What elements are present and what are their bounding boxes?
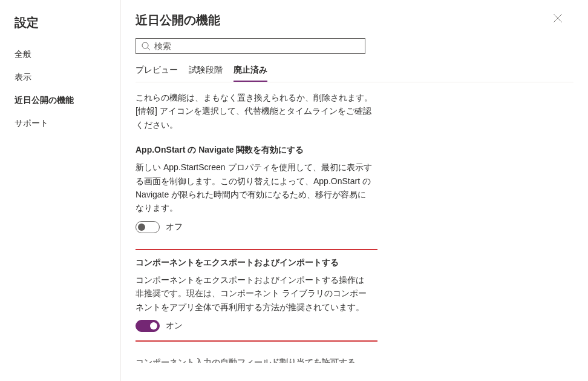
toggle-export-import-components[interactable]	[136, 320, 160, 332]
tab-retired[interactable]: 廃止済み	[234, 65, 267, 82]
settings-sidebar: 設定 全般 表示 近日公開の機能 サポート	[0, 0, 121, 381]
tab-preview[interactable]: プレビュー	[136, 65, 178, 82]
page-title: 近日公開の機能	[136, 12, 573, 28]
sidebar-item-general[interactable]: 全般	[0, 43, 120, 66]
close-icon	[552, 12, 564, 24]
sidebar-item-upcoming-features[interactable]: 近日公開の機能	[0, 89, 120, 112]
feature-title: コンポーネントをエクスポートおよびインポートする	[136, 257, 369, 268]
tabs: プレビュー 試験段階 廃止済み	[136, 65, 573, 82]
feature-title: コンポーネント入力の自動フィールド割り当てを許可する	[136, 357, 373, 363]
content-scroll[interactable]: これらの機能は、まもなく置き換えられるか、削除されます。[情報] アイコンを選択…	[136, 91, 377, 363]
feature-export-import-components: コンポーネントをエクスポートおよびインポートする コンポーネントをエクスポートお…	[136, 249, 377, 342]
sidebar-item-support[interactable]: サポート	[0, 112, 120, 135]
close-button[interactable]	[552, 12, 566, 27]
search-icon	[141, 41, 151, 51]
feature-component-auto-field-assignment: コンポーネント入力の自動フィールド割り当てを許可する 不正な名前のフィールドを含…	[136, 357, 373, 363]
svg-point-2	[142, 42, 148, 48]
feature-title: App.OnStart の Navigate 関数を有効にする	[136, 145, 373, 156]
intro-text: これらの機能は、まもなく置き換えられるか、削除されます。[情報] アイコンを選択…	[136, 91, 373, 131]
toggle-state-label: オン	[166, 320, 183, 331]
toggle-state-label: オフ	[166, 222, 183, 233]
feature-app-onstart-navigate: App.OnStart の Navigate 関数を有効にする 新しい App.…	[136, 145, 373, 233]
search-box[interactable]	[136, 38, 365, 54]
search-input[interactable]	[154, 41, 360, 51]
tab-experimental[interactable]: 試験段階	[189, 65, 223, 82]
feature-desc: コンポーネントをエクスポートおよびインポートする操作は非推奨です。現在は、コンポ…	[136, 273, 369, 314]
sidebar-item-display[interactable]: 表示	[0, 66, 120, 89]
sidebar-title: 設定	[0, 15, 120, 43]
toggle-app-onstart-navigate[interactable]	[136, 221, 160, 233]
feature-desc: 新しい App.StartScreen プロパティを使用して、最初に表示する画面…	[136, 161, 373, 215]
main-panel: 近日公開の機能 プレビュー 試験段階 廃止済み これらの機能は、まもなく置き換え…	[121, 0, 588, 381]
svg-line-3	[148, 48, 150, 50]
